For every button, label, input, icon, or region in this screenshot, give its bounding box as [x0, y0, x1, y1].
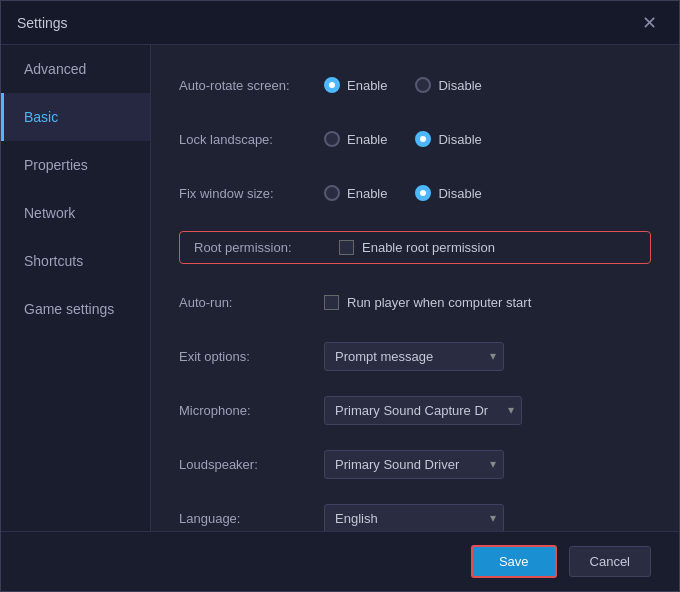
radio-fix-window-disable[interactable] — [415, 185, 431, 201]
radio-auto-rotate-enable[interactable] — [324, 77, 340, 93]
loudspeaker-select-wrap: Primary Sound Driver ▾ — [324, 450, 504, 479]
titlebar: Settings ✕ — [1, 1, 679, 45]
exit-options-select[interactable]: Prompt message — [324, 342, 504, 371]
sidebar-item-network[interactable]: Network — [1, 189, 150, 237]
lock-landscape-options: Enable Disable — [324, 131, 482, 147]
language-label: Language: — [179, 511, 324, 526]
sidebar: Advanced Basic Properties Network Shortc… — [1, 45, 151, 531]
close-button[interactable]: ✕ — [636, 12, 663, 34]
radio-lock-landscape-enable[interactable] — [324, 131, 340, 147]
language-select-wrap: English ▾ — [324, 504, 504, 532]
sidebar-item-properties[interactable]: Properties — [1, 141, 150, 189]
sidebar-item-basic[interactable]: Basic — [1, 93, 150, 141]
radio-fix-window-enable[interactable] — [324, 185, 340, 201]
auto-run-checkbox[interactable] — [324, 295, 339, 310]
fix-window-row: Fix window size: Enable Disable — [179, 177, 651, 209]
auto-run-row: Auto-run: Run player when computer start — [179, 286, 651, 318]
loudspeaker-label: Loudspeaker: — [179, 457, 324, 472]
microphone-row: Microphone: Primary Sound Capture Dr ▾ — [179, 394, 651, 426]
sidebar-item-game-settings[interactable]: Game settings — [1, 285, 150, 333]
save-button[interactable]: Save — [471, 545, 557, 578]
exit-options-row: Exit options: Prompt message ▾ — [179, 340, 651, 372]
auto-rotate-enable[interactable]: Enable — [324, 77, 387, 93]
radio-auto-rotate-disable[interactable] — [415, 77, 431, 93]
language-row: Language: English ▾ — [179, 502, 651, 531]
dialog-title: Settings — [17, 15, 68, 31]
fix-window-enable[interactable]: Enable — [324, 185, 387, 201]
root-permission-label: Root permission: — [194, 240, 339, 255]
auto-rotate-options: Enable Disable — [324, 77, 482, 93]
auto-run-label: Auto-run: — [179, 295, 324, 310]
lock-landscape-label: Lock landscape: — [179, 132, 324, 147]
lock-landscape-enable[interactable]: Enable — [324, 131, 387, 147]
language-select[interactable]: English — [324, 504, 504, 532]
lock-landscape-disable[interactable]: Disable — [415, 131, 481, 147]
fix-window-disable[interactable]: Disable — [415, 185, 481, 201]
exit-options-select-wrap: Prompt message ▾ — [324, 342, 504, 371]
microphone-select[interactable]: Primary Sound Capture Dr — [324, 396, 522, 425]
cancel-button[interactable]: Cancel — [569, 546, 651, 577]
microphone-select-wrap: Primary Sound Capture Dr ▾ — [324, 396, 522, 425]
fix-window-label: Fix window size: — [179, 186, 324, 201]
sidebar-item-advanced[interactable]: Advanced — [1, 45, 150, 93]
auto-rotate-label: Auto-rotate screen: — [179, 78, 324, 93]
root-permission-checkbox-wrap[interactable]: Enable root permission — [339, 240, 495, 255]
root-permission-row: Root permission: Enable root permission — [179, 231, 651, 264]
loudspeaker-select[interactable]: Primary Sound Driver — [324, 450, 504, 479]
lock-landscape-row: Lock landscape: Enable Disable — [179, 123, 651, 155]
fix-window-options: Enable Disable — [324, 185, 482, 201]
sidebar-item-shortcuts[interactable]: Shortcuts — [1, 237, 150, 285]
loudspeaker-row: Loudspeaker: Primary Sound Driver ▾ — [179, 448, 651, 480]
microphone-label: Microphone: — [179, 403, 324, 418]
bottom-bar: Save Cancel — [1, 531, 679, 591]
root-permission-checkbox[interactable] — [339, 240, 354, 255]
auto-rotate-row: Auto-rotate screen: Enable Disable — [179, 69, 651, 101]
auto-rotate-disable[interactable]: Disable — [415, 77, 481, 93]
content-area: Advanced Basic Properties Network Shortc… — [1, 45, 679, 531]
main-content: Auto-rotate screen: Enable Disable Lock … — [151, 45, 679, 531]
settings-dialog: Settings ✕ Advanced Basic Properties Net… — [0, 0, 680, 592]
auto-run-checkbox-wrap[interactable]: Run player when computer start — [324, 295, 531, 310]
radio-lock-landscape-disable[interactable] — [415, 131, 431, 147]
exit-options-label: Exit options: — [179, 349, 324, 364]
